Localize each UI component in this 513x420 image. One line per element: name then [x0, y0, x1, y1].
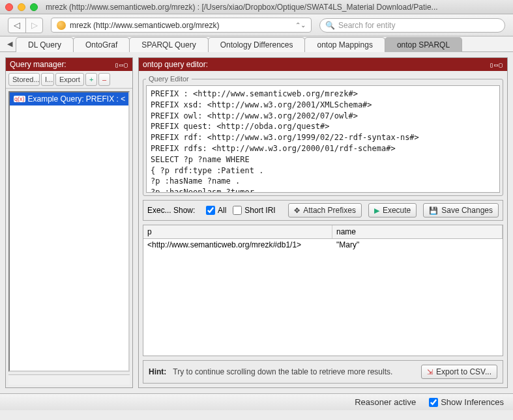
attach-icon: ✥: [294, 206, 300, 215]
nav-forward-button[interactable]: ▷: [25, 18, 42, 33]
ontology-uri-label: mrezk (http://www.semanticweb.org/mrezk): [70, 21, 219, 30]
tab-dl-query[interactable]: DL Query: [16, 37, 74, 52]
tab-ontograf[interactable]: OntoGraf: [73, 37, 130, 52]
remove-query-button[interactable]: –: [98, 73, 110, 86]
query-manager-header: Query manager: ▯▭▢: [6, 58, 132, 71]
nav-arrows: ◁ ▷: [8, 18, 43, 33]
import-button[interactable]: I...: [41, 73, 54, 86]
nav-back-button[interactable]: ◁: [8, 18, 25, 33]
query-manager-title: Query manager:: [10, 60, 66, 69]
export-csv-button[interactable]: ⇲ Export to CSV...: [421, 365, 497, 379]
query-list-item[interactable]: q(x) Example Query: PREFIX : <: [10, 92, 128, 105]
sparql-query-textarea[interactable]: PREFIX : <http://www.semanticweb.org/mre…: [146, 85, 500, 193]
horizontal-scrollbar[interactable]: [8, 374, 130, 385]
query-editor-panel: ontop query editor: ▯▭▢ Query Editor PRE…: [138, 57, 508, 388]
hint-text: Try to continue scrolling down the table…: [173, 367, 415, 376]
panel-window-buttons-icon[interactable]: ▯▭▢: [115, 61, 128, 68]
minimize-window-button[interactable]: [18, 3, 25, 11]
query-editor-fieldset: Query Editor PREFIX : <http://www.semant…: [143, 75, 503, 196]
show-all-checkbox-input[interactable]: [206, 206, 215, 215]
results-table: p name <http://www.semanticweb.org/mrezk…: [143, 225, 503, 356]
execute-show-label: Exec... Show:: [147, 206, 199, 215]
tab-scroll-left-button[interactable]: ◀: [4, 36, 16, 51]
query-list[interactable]: q(x) Example Query: PREFIX : <: [8, 91, 130, 372]
table-row[interactable]: <http://www.semanticweb.org/mrezk#db1/1>…: [143, 239, 503, 251]
show-inferences-checkbox-input[interactable]: [429, 398, 438, 407]
main-toolbar: ◁ ▷ mrezk (http://www.semanticweb.org/mr…: [0, 14, 513, 36]
tab-ontop-mappings[interactable]: ontop Mappings: [304, 37, 385, 52]
show-all-label: All: [218, 206, 226, 215]
query-manager-panel: Query manager: ▯▭▢ Stored... I... Export…: [5, 57, 133, 388]
hint-bar: Hint: Try to continue scrolling down the…: [143, 360, 503, 384]
reasoner-status-label: Reasoner active: [355, 397, 416, 407]
tab-sparql-query[interactable]: SPARQL Query: [129, 37, 208, 52]
short-iri-label: Short IRI: [244, 206, 275, 215]
entity-search-input[interactable]: 🔍 Search for entity: [319, 18, 505, 33]
cell-p: <http://www.semanticweb.org/mrezk#db1/1>: [143, 239, 332, 251]
search-placeholder: Search for entity: [338, 21, 395, 30]
close-window-button[interactable]: [5, 3, 13, 11]
show-inferences-label: Show Inferences: [441, 397, 504, 407]
query-manager-toolbar: Stored... I... Export + –: [6, 71, 132, 89]
execute-button[interactable]: ▶ Execute: [368, 203, 417, 217]
window-title: mrezk (http://www.semanticweb.org/mrezk)…: [46, 3, 508, 12]
maximize-window-button[interactable]: [30, 3, 38, 11]
execute-toolbar: Exec... Show: All Short IRI ✥ Attach Pre…: [143, 200, 503, 221]
query-editor-title: ontop query editor:: [143, 60, 208, 69]
tab-ontop-sparql[interactable]: ontop SPARQL: [385, 37, 462, 52]
query-editor-header: ontop query editor: ▯▭▢: [139, 58, 507, 71]
column-header-name[interactable]: name: [332, 225, 503, 238]
ontology-uri-selector[interactable]: mrezk (http://www.semanticweb.org/mrezk)…: [51, 18, 312, 33]
results-body[interactable]: <http://www.semanticweb.org/mrezk#db1/1>…: [143, 239, 503, 356]
stored-button[interactable]: Stored...: [8, 73, 40, 86]
cell-name: "Mary": [332, 239, 503, 251]
statusbar: Reasoner active Show Inferences: [0, 393, 513, 410]
export-button[interactable]: Export: [55, 73, 84, 86]
chevron-updown-icon: ⌃⌄: [295, 21, 306, 29]
show-inferences-checkbox[interactable]: Show Inferences: [429, 397, 504, 407]
column-header-p[interactable]: p: [143, 225, 332, 238]
query-editor-legend: Query Editor: [146, 75, 192, 83]
ontology-icon: [57, 21, 66, 30]
search-icon: 🔍: [325, 21, 335, 30]
export-icon: ⇲: [427, 368, 433, 376]
workspace: Query manager: ▯▭▢ Stored... I... Export…: [0, 52, 513, 393]
save-icon: 💾: [429, 206, 438, 215]
tab-ontology-differences[interactable]: Ontology Differences: [208, 37, 306, 52]
play-icon: ▶: [374, 206, 379, 215]
query-list-item-label: Example Query: PREFIX : <: [28, 94, 126, 104]
short-iri-checkbox-input[interactable]: [233, 206, 242, 215]
add-query-button[interactable]: +: [85, 73, 97, 86]
show-all-checkbox[interactable]: All: [206, 206, 226, 215]
hint-label: Hint:: [149, 367, 166, 376]
results-header: p name: [143, 225, 503, 239]
attach-prefixes-button[interactable]: ✥ Attach Prefixes: [288, 203, 362, 217]
save-changes-button[interactable]: 💾 Save Changes: [423, 203, 499, 217]
short-iri-checkbox[interactable]: Short IRI: [233, 206, 275, 215]
tabstrip: ◀ DL Query OntoGraf SPARQL Query Ontolog…: [0, 36, 513, 52]
panel-window-buttons-icon[interactable]: ▯▭▢: [490, 61, 503, 68]
titlebar: mrezk (http://www.semanticweb.org/mrezk)…: [0, 0, 513, 14]
window-controls: [5, 3, 38, 11]
query-editor-body: Query Editor PREFIX : <http://www.semant…: [139, 71, 507, 387]
query-icon: q(x): [14, 96, 25, 102]
